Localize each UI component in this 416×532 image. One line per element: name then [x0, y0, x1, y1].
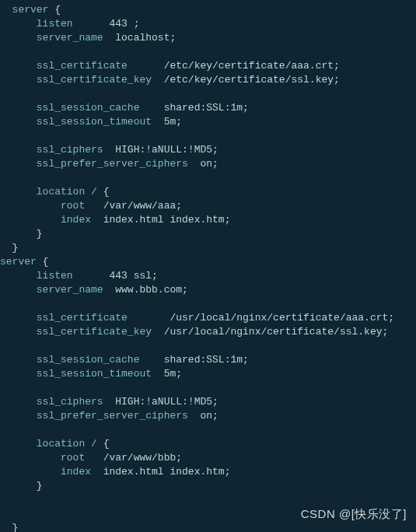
code-token: ssl_certificate	[37, 312, 170, 324]
code-token: }	[37, 228, 43, 240]
code-token: ssl_ciphers	[37, 396, 115, 408]
code-token: {	[103, 186, 110, 198]
code-token: ssl_session_timeout	[37, 116, 164, 128]
code-token: 443 ssl;	[109, 270, 157, 282]
code-line: server_name localhost;	[0, 32, 176, 44]
code-token: ssl_session_timeout	[37, 368, 164, 380]
code-token: index.html index.htm;	[103, 214, 231, 226]
code-token: server	[0, 256, 43, 268]
code-token: /var/www/aaa;	[103, 200, 182, 212]
code-token: ssl_session_cache	[37, 354, 164, 366]
code-line: ssl_certificate_key /usr/local/nginx/cer…	[0, 326, 388, 338]
code-token: 5m;	[164, 368, 182, 380]
code-token: location /	[37, 186, 103, 198]
code-token: www.bbb.com;	[115, 284, 188, 296]
code-token: }	[37, 480, 43, 492]
code-line: server {	[0, 4, 61, 16]
watermark: CSDN @[快乐没了]	[301, 507, 407, 521]
nginx-config-code: server { listen 443 ; server_name localh…	[0, 3, 416, 532]
code-token: HIGH:!aNULL:!MD5;	[115, 144, 218, 156]
code-token: shared:SSL:1m;	[164, 354, 249, 366]
code-line: root /var/www/aaa;	[0, 200, 182, 212]
code-token: ssl_certificate	[37, 60, 164, 72]
code-line: }	[0, 480, 43, 492]
code-token: on;	[200, 158, 218, 170]
code-line: }	[0, 522, 18, 532]
code-token: ssl_ciphers	[37, 144, 115, 156]
code-line: ssl_certificate /etc/key/certificate/aaa…	[0, 60, 340, 72]
code-line: ssl_certificate_key /etc/key/certificate…	[0, 74, 340, 86]
code-line: location / {	[0, 186, 109, 198]
code-token: localhost;	[115, 32, 176, 44]
code-token: /var/www/bbb;	[103, 452, 182, 464]
code-line: ssl_ciphers HIGH:!aNULL:!MD5;	[0, 144, 218, 156]
code-line: ssl_prefer_server_ciphers on;	[0, 410, 218, 422]
code-line: server_name www.bbb.com;	[0, 284, 188, 296]
code-token: root	[61, 452, 103, 464]
code-token: index.html index.htm;	[103, 466, 231, 478]
code-line: server {	[0, 256, 48, 268]
code-token: server	[12, 4, 55, 16]
code-token: 443 ;	[109, 18, 139, 30]
code-token: HIGH:!aNULL:!MD5;	[115, 396, 218, 408]
code-line: }	[0, 228, 43, 240]
code-token: location /	[37, 438, 103, 450]
code-token: {	[43, 256, 49, 268]
code-line: }	[0, 242, 18, 254]
code-token: /usr/local/nginx/certificate/ssl.key;	[164, 326, 389, 338]
code-token: 5m;	[164, 116, 182, 128]
code-line: ssl_certificate /usr/local/nginx/certifi…	[0, 312, 394, 324]
code-token: shared:SSL:1m;	[164, 102, 249, 114]
code-line: listen 443 ssl;	[0, 270, 158, 282]
code-token: ssl_certificate_key	[37, 326, 164, 338]
code-line: ssl_session_cache shared:SSL:1m;	[0, 102, 249, 114]
code-token: }	[12, 242, 19, 254]
code-token: server_name	[37, 284, 115, 296]
code-token: /etc/key/certificate/aaa.crt;	[164, 60, 340, 72]
code-line: ssl_session_timeout 5m;	[0, 116, 182, 128]
code-line: index index.html index.htm;	[0, 466, 230, 478]
code-token: {	[54, 4, 61, 16]
code-token: ssl_prefer_server_ciphers	[37, 158, 201, 170]
code-token: }	[12, 522, 19, 532]
code-token: /etc/key/certificate/ssl.key;	[164, 74, 340, 86]
code-line: ssl_prefer_server_ciphers on;	[0, 158, 218, 170]
code-token: ssl_session_cache	[37, 102, 164, 114]
code-line: ssl_session_cache shared:SSL:1m;	[0, 354, 249, 366]
code-token: ssl_certificate_key	[37, 74, 164, 86]
code-token: index	[61, 214, 103, 226]
code-token: /usr/local/nginx/certificate/aaa.crt;	[170, 312, 394, 324]
code-token: root	[61, 200, 103, 212]
code-token: index	[61, 466, 103, 478]
code-token: server_name	[37, 32, 115, 44]
code-token: on;	[200, 410, 218, 422]
code-token: listen	[37, 270, 110, 282]
code-token: listen	[37, 18, 110, 30]
code-line: root /var/www/bbb;	[0, 452, 182, 464]
code-line: index index.html index.htm;	[0, 214, 230, 226]
code-token: {	[103, 438, 110, 450]
code-token: ssl_prefer_server_ciphers	[37, 410, 201, 422]
code-line: location / {	[0, 438, 109, 450]
code-line: listen 443 ;	[0, 18, 139, 30]
code-line: ssl_session_timeout 5m;	[0, 368, 182, 380]
code-line: ssl_ciphers HIGH:!aNULL:!MD5;	[0, 396, 218, 408]
